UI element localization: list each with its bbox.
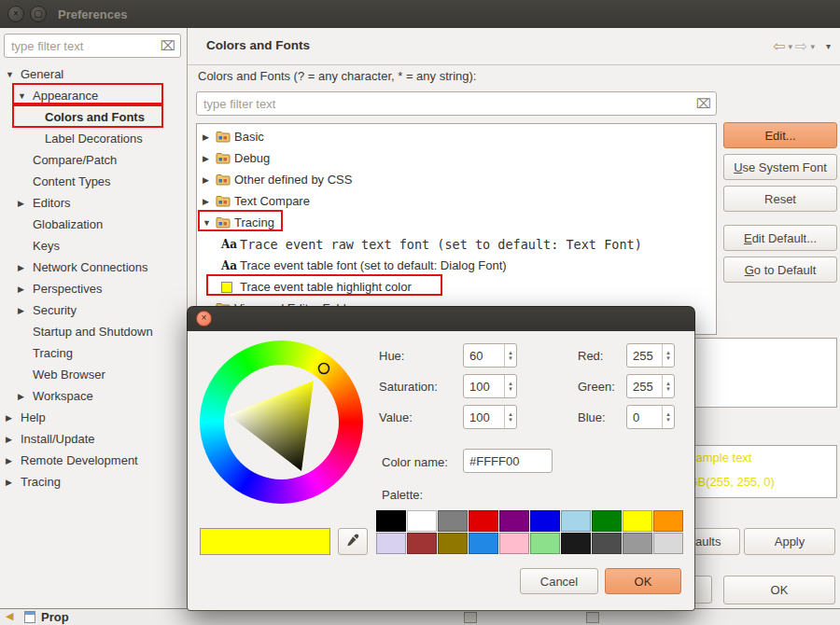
triangle-right-icon[interactable]: ▶ bbox=[6, 413, 21, 423]
ok-button[interactable]: OK bbox=[723, 576, 835, 604]
palette-swatch[interactable] bbox=[376, 510, 406, 532]
triangle-down-icon[interactable]: ▼ bbox=[203, 218, 216, 228]
go-to-default-button[interactable]: Go to Default bbox=[723, 257, 837, 283]
triangle-right-icon[interactable]: ▶ bbox=[18, 392, 33, 401]
sidebar-item-install-update[interactable]: ▶Install/Update bbox=[0, 428, 186, 450]
sidebar-item-label-decorations[interactable]: Label Decorations bbox=[0, 128, 186, 149]
red-spinbox[interactable]: ▴▾ bbox=[626, 343, 675, 368]
spin-down-icon[interactable]: ▾ bbox=[666, 386, 670, 392]
sidebar-item-appearance[interactable]: ▼Appearance bbox=[0, 85, 186, 106]
properties-tab-fragment[interactable]: Prop bbox=[41, 610, 69, 624]
forward-arrow-icon[interactable]: ⇨ bbox=[795, 37, 807, 55]
spin-down-icon[interactable]: ▾ bbox=[666, 417, 670, 423]
apply-button[interactable]: Apply bbox=[744, 528, 835, 555]
sidebar-item-general[interactable]: ▼General bbox=[0, 63, 186, 85]
sidebar-item-web-browser[interactable]: Web Browser bbox=[0, 364, 186, 385]
back-arrow-icon[interactable]: ⇦ bbox=[773, 37, 785, 55]
palette-swatch[interactable] bbox=[653, 533, 683, 554]
hue-input[interactable] bbox=[464, 344, 504, 367]
palette-swatch[interactable] bbox=[530, 510, 560, 532]
hsv-triangle[interactable] bbox=[200, 340, 363, 504]
close-button[interactable]: × bbox=[7, 6, 24, 22]
palette-swatch[interactable] bbox=[592, 533, 622, 554]
triangle-right-icon[interactable]: ▶ bbox=[18, 306, 33, 315]
sidebar-item-help[interactable]: ▶Help bbox=[0, 407, 186, 428]
triangle-right-icon[interactable]: ▶ bbox=[6, 435, 21, 444]
spin-down-icon[interactable]: ▾ bbox=[509, 386, 512, 392]
maximize-button[interactable]: ▢ bbox=[30, 6, 47, 22]
triangle-right-icon[interactable]: ▶ bbox=[203, 132, 216, 142]
dialog-cancel-button[interactable]: Cancel bbox=[520, 568, 598, 594]
tree-item-trace-event-raw-text-font-set-to-default-text-font[interactable]: AaTrace event raw text font (set to defa… bbox=[197, 233, 716, 255]
edit-default-button[interactable]: Edit Default... bbox=[723, 225, 837, 251]
tree-item-tracing[interactable]: ▼Tracing bbox=[197, 212, 716, 233]
triangle-right-icon[interactable]: ▶ bbox=[203, 197, 216, 206]
saturation-spinbox[interactable]: ▴▾ bbox=[463, 374, 517, 398]
tree-item-basic[interactable]: ▶Basic bbox=[197, 126, 716, 147]
dialog-ok-button[interactable]: OK bbox=[605, 568, 681, 594]
dialog-close-button[interactable]: × bbox=[196, 311, 212, 326]
spin-down-icon[interactable]: ▾ bbox=[509, 355, 512, 361]
palette-swatch[interactable] bbox=[561, 510, 591, 532]
blue-input[interactable] bbox=[627, 406, 662, 428]
sidebar-item-editors[interactable]: ▶Editors bbox=[0, 192, 186, 214]
triangle-right-icon[interactable]: ▶ bbox=[18, 285, 33, 294]
palette-swatch[interactable] bbox=[438, 510, 468, 532]
sidebar-item-security[interactable]: ▶Security bbox=[0, 299, 186, 321]
sidebar-item-workspace[interactable]: ▶Workspace bbox=[0, 385, 186, 407]
sidebar-item-tracing[interactable]: ▶Tracing bbox=[0, 471, 186, 493]
tree-item-trace-event-table-font-set-to-default-dialog-font[interactable]: AaTrace event table font (set to default… bbox=[197, 255, 716, 276]
triangle-right-icon[interactable]: ▶ bbox=[203, 154, 216, 163]
use-system-font-button[interactable]: Use System Font bbox=[723, 154, 837, 180]
sidebar-item-compare-patch[interactable]: Compare/Patch bbox=[0, 149, 186, 171]
palette-swatch[interactable] bbox=[623, 510, 652, 532]
value-spinbox[interactable]: ▴▾ bbox=[463, 405, 517, 429]
triangle-down-icon[interactable]: ▼ bbox=[6, 70, 21, 79]
palette-swatch[interactable] bbox=[407, 533, 437, 554]
palette-swatch[interactable] bbox=[653, 510, 683, 532]
sidebar-item-startup-and-shutdown[interactable]: Startup and Shutdown bbox=[0, 321, 186, 342]
color-wheel[interactable] bbox=[200, 340, 363, 504]
palette-swatch[interactable] bbox=[438, 533, 468, 554]
clear-filter-icon[interactable]: ⌧ bbox=[161, 38, 175, 53]
hue-spinbox[interactable]: ▴▾ bbox=[463, 343, 517, 368]
spin-down-icon[interactable]: ▾ bbox=[666, 355, 670, 361]
palette-swatch[interactable] bbox=[530, 533, 560, 554]
triangle-right-icon[interactable]: ▶ bbox=[203, 175, 216, 185]
palette-swatch[interactable] bbox=[469, 533, 498, 554]
sidebar-item-content-types[interactable]: Content Types bbox=[0, 171, 186, 192]
value-input[interactable] bbox=[464, 406, 504, 428]
edit-button[interactable]: Edit... bbox=[723, 122, 837, 148]
tree-item-text-compare[interactable]: ▶Text Compare bbox=[197, 190, 716, 212]
sidebar-filter-input[interactable] bbox=[9, 38, 161, 54]
color-name-input[interactable] bbox=[463, 449, 553, 473]
view-menu-icon[interactable]: ▾ bbox=[826, 41, 831, 51]
sidebar-item-tracing[interactable]: Tracing bbox=[0, 342, 186, 364]
palette-swatch[interactable] bbox=[407, 510, 437, 532]
sidebar-item-network-connections[interactable]: ▶Network Connections bbox=[0, 257, 186, 278]
tree-item-other-defined-by-css[interactable]: ▶Other defined by CSS bbox=[197, 169, 716, 190]
palette-swatch[interactable] bbox=[469, 510, 498, 532]
palette-swatch[interactable] bbox=[376, 533, 406, 554]
sidebar-item-globalization[interactable]: Globalization bbox=[0, 214, 186, 235]
tree-item-trace-event-table-highlight-color[interactable]: Trace event table highlight color bbox=[197, 276, 716, 298]
palette-swatch[interactable] bbox=[623, 533, 652, 554]
triangle-right-icon[interactable]: ▶ bbox=[18, 263, 33, 272]
palette-swatch[interactable] bbox=[499, 510, 529, 532]
blue-spinbox[interactable]: ▴▾ bbox=[626, 405, 675, 429]
sidebar-item-remote-development[interactable]: ▶Remote Development bbox=[0, 450, 186, 471]
reset-button[interactable]: Reset bbox=[723, 186, 837, 212]
palette-swatch[interactable] bbox=[499, 533, 529, 554]
triangle-right-icon[interactable]: ▶ bbox=[18, 199, 33, 208]
forward-history-caret-icon[interactable]: ▾ bbox=[810, 42, 815, 51]
triangle-right-icon[interactable]: ▶ bbox=[6, 478, 21, 487]
clear-filter-icon[interactable]: ⌧ bbox=[696, 96, 711, 111]
triangle-right-icon[interactable]: ▶ bbox=[6, 456, 21, 465]
red-input[interactable] bbox=[627, 344, 662, 367]
palette-swatch[interactable] bbox=[561, 533, 591, 554]
sidebar-item-perspectives[interactable]: ▶Perspectives bbox=[0, 278, 186, 299]
tree-item-debug[interactable]: ▶Debug bbox=[197, 147, 716, 169]
fonts-filter-input[interactable] bbox=[202, 96, 696, 112]
palette-swatch[interactable] bbox=[592, 510, 622, 532]
triangle-down-icon[interactable]: ▼ bbox=[18, 91, 33, 101]
